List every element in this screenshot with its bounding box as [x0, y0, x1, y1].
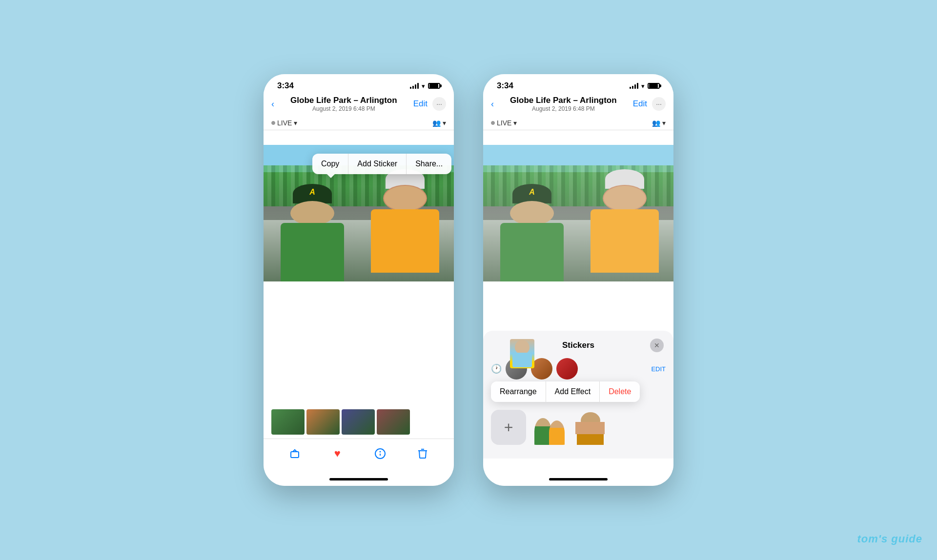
- photo-content-right: A: [483, 130, 673, 486]
- trash-button[interactable]: [414, 445, 431, 462]
- live-button[interactable]: LIVE ▾: [271, 119, 297, 127]
- add-effect-button[interactable]: Add Effect: [546, 381, 600, 402]
- thumb-2[interactable]: [306, 409, 340, 435]
- thumb-1[interactable]: [271, 409, 305, 435]
- home-bar-right: [549, 478, 608, 480]
- face-left: [290, 201, 334, 225]
- svg-rect-0: [291, 452, 299, 458]
- sticker-item-1[interactable]: [532, 410, 567, 445]
- photo-content-left: A Copy Add Sticker Share...: [264, 130, 454, 486]
- photo-space-left: [264, 281, 454, 405]
- person-left-right: A: [498, 184, 566, 281]
- space-above-photo-right: [483, 130, 673, 145]
- status-time-left: 3:34: [277, 81, 294, 91]
- live-chevron: ▾: [294, 119, 297, 127]
- battery-icon: [428, 83, 440, 89]
- people-chevron-right: ▾: [662, 119, 666, 127]
- face-right: [383, 185, 427, 212]
- space-above-photo: [264, 130, 454, 145]
- back-button[interactable]: ‹: [271, 99, 274, 109]
- favorite-button[interactable]: ♥: [328, 445, 346, 462]
- person-left: A: [278, 184, 346, 281]
- home-indicator-right: [483, 472, 673, 486]
- sticker-nav-3[interactable]: [556, 358, 578, 380]
- stickers-grid: +: [483, 406, 673, 449]
- status-bar-right: 3:34 ▾: [483, 74, 673, 94]
- people-button[interactable]: 👥 ▾: [432, 119, 446, 127]
- nav-bar-right: ‹ Globe Life Park – Arlington August 2, …: [483, 94, 673, 116]
- rearrange-button[interactable]: Rearrange: [491, 381, 546, 402]
- info-bar-left: LIVE ▾ 👥 ▾: [264, 116, 454, 130]
- signal-icon: [410, 83, 419, 89]
- live-chevron-right: ▾: [513, 119, 517, 127]
- sticker-on-photo[interactable]: [510, 339, 534, 368]
- signal-icon-right: [630, 83, 638, 89]
- thumbnail-strip-left: [264, 405, 454, 439]
- live-button-right[interactable]: LIVE ▾: [491, 119, 517, 127]
- people-chevron: ▾: [443, 119, 446, 127]
- people-button-right[interactable]: 👥 ▾: [652, 119, 666, 127]
- delete-button[interactable]: Delete: [600, 381, 640, 402]
- phone-left: 3:34 ▾ ‹ Globe Life Park – Arlington Aug…: [264, 74, 454, 486]
- edit-button[interactable]: Edit: [413, 99, 428, 109]
- home-indicator-left: [264, 472, 454, 486]
- main-photo-left[interactable]: A Copy Add Sticker Share...: [264, 145, 454, 281]
- wifi-icon: ▾: [422, 82, 425, 90]
- bottom-toolbar-left: ♥: [264, 439, 454, 472]
- more-button[interactable]: ···: [432, 97, 446, 111]
- more-button-right[interactable]: ···: [652, 97, 666, 111]
- share-toolbar-button[interactable]: [286, 445, 304, 462]
- thumb-4[interactable]: [377, 409, 410, 435]
- nav-actions-right: Edit ···: [633, 97, 666, 111]
- hat-left: A: [293, 184, 332, 203]
- home-bar-left: [329, 478, 388, 480]
- share-button[interactable]: Share...: [407, 154, 451, 174]
- person-right-right: [586, 169, 664, 281]
- hat-letter-left: A: [309, 188, 315, 197]
- nav-actions: Edit ···: [413, 97, 446, 111]
- edit-button-right[interactable]: Edit: [633, 99, 647, 109]
- people-icon: 👥: [432, 119, 441, 127]
- battery-icon-right: [648, 83, 660, 89]
- live-label: LIVE: [277, 119, 292, 127]
- nav-title-right: Globe Life Park – Arlington: [510, 96, 617, 105]
- nav-bar-left: ‹ Globe Life Park – Arlington August 2, …: [264, 94, 454, 116]
- thumb-3[interactable]: [342, 409, 375, 435]
- status-icons-right: ▾: [630, 82, 660, 90]
- status-bar-left: 3:34 ▾: [264, 74, 454, 94]
- watermark: tom's guide: [857, 533, 922, 545]
- wifi-icon-right: ▾: [641, 82, 645, 90]
- live-label-right: LIVE: [497, 119, 511, 127]
- status-icons-left: ▾: [410, 82, 440, 90]
- live-dot-right: [491, 121, 495, 125]
- person-right: [366, 169, 444, 281]
- context-menu-left: Copy Add Sticker Share...: [312, 154, 451, 174]
- phone-right: 3:34 ▾ ‹ Globe Life Park – Arlington Aug…: [483, 74, 673, 486]
- stickers-edit-button[interactable]: EDIT: [651, 365, 666, 373]
- stickers-close-button[interactable]: ✕: [650, 339, 664, 352]
- copy-button[interactable]: Copy: [312, 154, 348, 174]
- nav-subtitle-right: August 2, 2019 6:48 PM: [510, 105, 617, 112]
- live-dot: [271, 121, 275, 125]
- nav-title: Globe Life Park – Arlington: [290, 96, 397, 105]
- body-left: [281, 223, 344, 281]
- add-sticker-button[interactable]: +: [491, 410, 526, 445]
- people-icon-right: 👥: [652, 119, 660, 127]
- status-time-right: 3:34: [497, 81, 513, 91]
- info-bar-right: LIVE ▾ 👥 ▾: [483, 116, 673, 130]
- nav-title-group-right: Globe Life Park – Arlington August 2, 20…: [510, 96, 617, 112]
- sticker-item-2[interactable]: [573, 410, 608, 445]
- stickers-panel: Stickers ✕ 🕐 EDIT Rearrange: [483, 331, 673, 459]
- main-photo-right[interactable]: A: [483, 145, 673, 281]
- nav-subtitle: August 2, 2019 6:48 PM: [290, 105, 397, 112]
- body-right: [371, 209, 439, 273]
- sticker-context-menu: Rearrange Add Effect Delete: [491, 381, 640, 402]
- add-sticker-button[interactable]: Add Sticker: [348, 154, 407, 174]
- info-button[interactable]: [371, 445, 389, 462]
- stickers-clock-icon[interactable]: 🕐: [491, 363, 502, 374]
- back-button-right[interactable]: ‹: [491, 99, 494, 109]
- nav-title-group: Globe Life Park – Arlington August 2, 20…: [290, 96, 397, 112]
